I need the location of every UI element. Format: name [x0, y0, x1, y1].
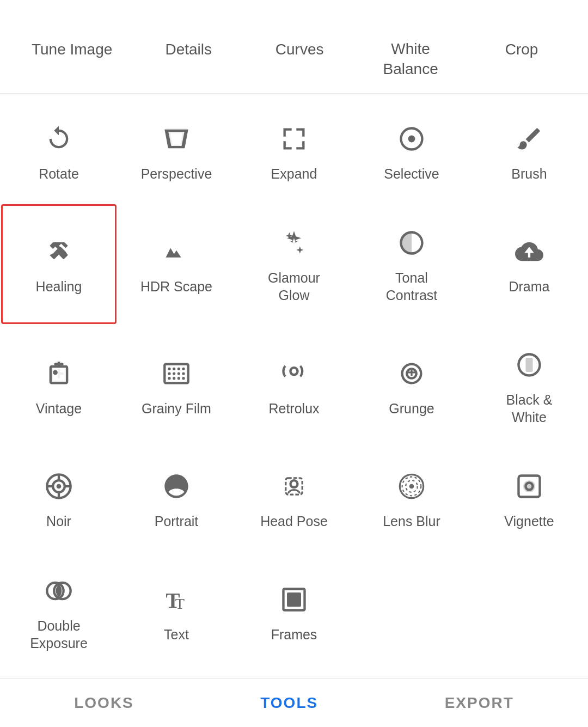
svg-point-8: [177, 368, 180, 370]
tool-noir[interactable]: Noir: [0, 447, 118, 551]
toolbar-white-balance[interactable]: WhiteBalance: [367, 15, 454, 83]
svg-point-14: [168, 377, 170, 380]
vintage-label: Vintage: [36, 400, 82, 418]
svg-point-30: [409, 484, 414, 489]
tool-double-exposure[interactable]: Double Exposure: [0, 551, 118, 673]
glamour-glow-icon: [280, 229, 308, 261]
svg-point-12: [177, 372, 180, 375]
tool-rotate[interactable]: Rotate: [0, 99, 118, 203]
svg-point-16: [177, 377, 180, 380]
frames-icon: [280, 585, 308, 618]
noir-icon: [45, 472, 73, 505]
rotate-icon: [45, 125, 73, 157]
double-exposure-icon: [45, 577, 73, 609]
tool-tonal-contrast[interactable]: Tonal Contrast: [353, 203, 470, 325]
tool-retrolux[interactable]: Retrolux: [235, 325, 353, 447]
svg-point-6: [168, 368, 170, 370]
toolbar-details[interactable]: Details: [145, 36, 232, 63]
tool-black-white[interactable]: Black & White: [470, 325, 588, 447]
tool-grainy-film[interactable]: Grainy Film: [118, 325, 235, 447]
black-white-icon: [515, 351, 543, 383]
hdr-scape-icon: [162, 237, 191, 270]
glamour-glow-label: Glamour Glow: [268, 269, 320, 304]
rotate-label: Rotate: [39, 165, 79, 183]
black-white-label: Black & White: [506, 391, 553, 426]
portrait-icon: [162, 472, 191, 505]
tool-lens-blur[interactable]: Lens Blur: [353, 447, 470, 551]
svg-point-9: [182, 368, 185, 370]
vintage-icon: [45, 359, 73, 392]
brush-icon: [515, 125, 543, 157]
tool-grunge[interactable]: Grunge: [353, 325, 470, 447]
tool-selective[interactable]: Selective: [353, 99, 470, 203]
svg-rect-41: [287, 592, 301, 607]
toolbar-tune-image[interactable]: Tune Image: [23, 36, 121, 63]
retrolux-icon: [280, 359, 308, 392]
vignette-icon: [515, 472, 543, 505]
tool-expand[interactable]: Expand: [235, 99, 353, 203]
text-label: Text: [164, 626, 189, 644]
lens-blur-icon: [397, 472, 426, 505]
perspective-label: Perspective: [141, 165, 212, 183]
healing-label: Healing: [36, 278, 82, 296]
vignette-label: Vignette: [504, 512, 554, 530]
portrait-label: Portrait: [155, 512, 199, 530]
tool-frames[interactable]: Frames: [235, 551, 353, 673]
svg-rect-18: [526, 358, 533, 372]
double-exposure-label: Double Exposure: [30, 617, 88, 652]
grunge-label: Grunge: [389, 400, 434, 418]
tool-vintage[interactable]: Vintage: [0, 325, 118, 447]
grainy-film-label: Grainy Film: [142, 400, 211, 418]
head-pose-label: Head Pose: [260, 512, 328, 530]
tool-text[interactable]: TT Text: [118, 551, 235, 673]
tool-portrait[interactable]: Portrait: [118, 447, 235, 551]
text-icon: TT: [162, 585, 191, 618]
svg-point-13: [182, 372, 185, 375]
svg-point-21: [57, 484, 62, 489]
tonal-contrast-label: Tonal Contrast: [386, 269, 437, 304]
brush-label: Brush: [511, 165, 547, 183]
bottom-nav: LOOKS TOOLS EXPORT: [0, 679, 588, 727]
tool-glamour-glow[interactable]: Glamour Glow: [235, 203, 353, 325]
tool-vignette[interactable]: Vignette: [470, 447, 588, 551]
nav-tools[interactable]: TOOLS: [260, 694, 318, 712]
frames-label: Frames: [271, 626, 317, 644]
svg-point-15: [173, 377, 175, 380]
grunge-icon: [397, 359, 426, 392]
nav-export[interactable]: EXPORT: [445, 694, 514, 712]
tools-grid: Rotate Perspective Expand Selective Brus…: [0, 94, 588, 679]
tool-drama[interactable]: Drama: [470, 203, 588, 325]
head-pose-icon: [280, 472, 308, 505]
lens-blur-label: Lens Blur: [383, 512, 440, 530]
retrolux-label: Retrolux: [268, 400, 319, 418]
svg-point-28: [291, 481, 298, 488]
svg-point-1: [408, 135, 415, 142]
drama-icon: [515, 237, 543, 270]
svg-point-7: [173, 368, 175, 370]
tool-head-pose[interactable]: Head Pose: [235, 447, 353, 551]
selective-icon: [397, 125, 426, 157]
drama-label: Drama: [509, 278, 549, 296]
healing-icon: [45, 237, 73, 270]
expand-icon: [280, 125, 308, 157]
tool-healing[interactable]: Healing: [1, 204, 117, 324]
nav-looks[interactable]: LOOKS: [74, 694, 134, 712]
svg-point-11: [173, 372, 175, 375]
toolbar-curves[interactable]: Curves: [256, 36, 343, 63]
perspective-icon: [162, 125, 191, 157]
noir-label: Noir: [46, 512, 71, 530]
expand-label: Expand: [271, 165, 317, 183]
top-toolbar: Tune Image Details Curves WhiteBalance C…: [0, 0, 588, 94]
tonal-contrast-icon: [397, 229, 426, 261]
tool-brush[interactable]: Brush: [470, 99, 588, 203]
toolbar-crop[interactable]: Crop: [478, 36, 565, 63]
grainy-film-icon: [162, 359, 191, 392]
tool-hdr-scape[interactable]: HDR Scape: [118, 203, 235, 325]
hdr-scape-label: HDR Scape: [140, 278, 212, 296]
tool-perspective[interactable]: Perspective: [118, 99, 235, 203]
selective-label: Selective: [384, 165, 439, 183]
svg-point-17: [182, 377, 185, 380]
svg-point-10: [168, 372, 170, 375]
svg-text:T: T: [175, 595, 185, 612]
